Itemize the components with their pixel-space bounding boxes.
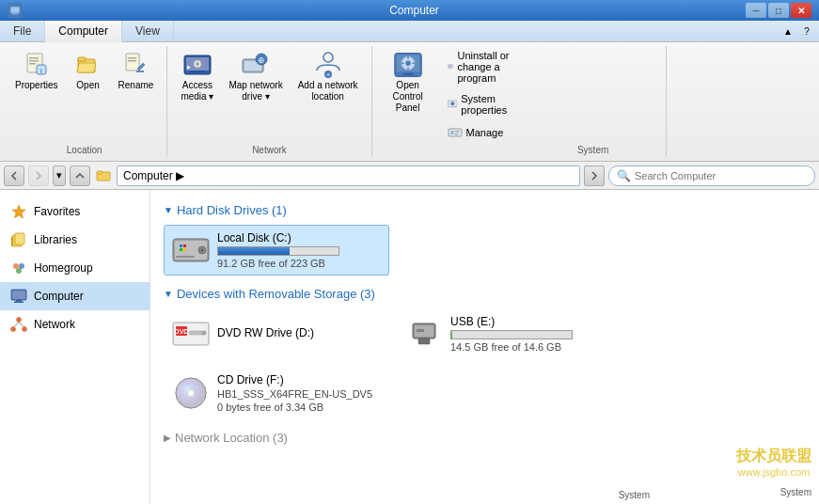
add-network-button[interactable]: + Add a networklocation — [292, 48, 364, 104]
cd-drive-name2: HB1_SSS_X64FRE_EN-US_DV5 — [217, 388, 381, 400]
usb-drive-name: USB (E:) — [450, 315, 614, 328]
map-drive-button[interactable]: ⊕ Map networkdrive ▾ — [223, 48, 288, 104]
homegroup-icon — [9, 259, 28, 277]
uninstall-button[interactable]: Uninstall or change a program — [444, 48, 521, 86]
sidebar-item-libraries[interactable]: Libraries — [0, 226, 150, 254]
svg-rect-56 — [12, 291, 25, 299]
hard-disk-title: Hard Disk Drives (1) — [177, 203, 287, 217]
ribbon-content: i Properties Open — [0, 42, 819, 161]
sidebar-item-computer[interactable]: Computer — [0, 282, 150, 310]
svg-point-67 — [201, 249, 204, 252]
back-button[interactable] — [4, 165, 24, 186]
svg-text:i: i — [40, 67, 42, 75]
tab-file[interactable]: File — [0, 21, 45, 41]
search-input[interactable] — [635, 170, 807, 181]
title-bar: Computer ─ □ ✕ — [0, 0, 819, 21]
up-arrow-btn[interactable]: ▲ — [780, 23, 796, 39]
svg-line-63 — [19, 323, 24, 327]
svg-rect-50 — [15, 233, 24, 244]
ribbon-group-location: i Properties Open — [2, 46, 167, 157]
watermark: 技术员联盟 www.jsgho.com — [736, 447, 811, 478]
watermark-cn: 技术员联盟 — [736, 447, 811, 466]
tab-computer[interactable]: Computer — [45, 21, 122, 42]
system-props-icon: i — [448, 97, 458, 112]
uninstall-icon — [448, 59, 454, 74]
ribbon: File Computer View ▲ ? — [0, 21, 819, 162]
search-box[interactable]: 🔍 — [608, 165, 815, 186]
svg-rect-70 — [180, 244, 182, 247]
sidebar-item-network[interactable]: Network — [0, 310, 150, 339]
svg-rect-68 — [176, 256, 195, 258]
address-path[interactable]: Computer ▶ — [117, 165, 580, 186]
svg-rect-44 — [450, 131, 454, 134]
content-area: ▼ Hard Disk Drives (1) — [150, 190, 819, 504]
location-group-label: Location — [67, 145, 102, 155]
dropdown-btn[interactable]: ▾ — [53, 165, 66, 186]
map-drive-label: Map networkdrive ▾ — [228, 80, 282, 102]
local-disk-info: Local Disk (C:) 91.2 GB free of 223 GB — [217, 231, 381, 269]
cd-drive-info: CD Drive (F:) HB1_SSS_X64FRE_EN-US_DV5 0… — [217, 373, 381, 413]
local-disk-bar-fill — [218, 247, 290, 255]
network-section-header[interactable]: ▶ Network Location (3) — [164, 431, 806, 445]
sidebar: Favorites Libraries Homegroup — [0, 190, 150, 504]
properties-label: Properties — [15, 80, 58, 91]
hard-disk-arrow: ▼ — [164, 205, 173, 215]
open-button[interactable]: Open — [68, 48, 109, 93]
removable-drives: DVD DVD RW Drive (D:) — [164, 308, 806, 419]
svg-point-53 — [19, 263, 24, 269]
maximize-button[interactable]: □ — [768, 3, 789, 18]
computer-label: Computer — [34, 290, 84, 303]
ribbon-group-system: Open ControlPanel Uninstall or change a … — [372, 46, 667, 157]
network-arrow: ▶ — [164, 433, 171, 443]
rename-button[interactable]: Rename — [113, 48, 160, 93]
hdd-icon — [172, 231, 210, 269]
breadcrumb-folder-icon — [96, 168, 111, 183]
svg-rect-1 — [12, 13, 18, 15]
svg-rect-12 — [128, 60, 136, 62]
minimize-button[interactable]: ─ — [746, 3, 766, 18]
hard-disk-section-header[interactable]: ▼ Hard Disk Drives (1) — [164, 203, 806, 217]
libraries-icon — [9, 230, 28, 249]
sidebar-item-favorites[interactable]: Favorites — [0, 197, 150, 226]
favorites-icon — [9, 202, 28, 221]
svg-rect-10 — [126, 54, 139, 71]
hard-disk-drives: Local Disk (C:) 91.2 GB free of 223 GB — [164, 225, 806, 276]
local-disk-size: 91.2 GB free of 223 GB — [217, 258, 381, 269]
svg-rect-83 — [417, 329, 424, 332]
svg-point-61 — [23, 327, 27, 332]
system-group-footer: System — [780, 485, 811, 498]
removable-section-header[interactable]: ▼ Devices with Removable Storage (3) — [164, 287, 806, 301]
svg-rect-38 — [449, 65, 451, 68]
svg-text:+: + — [325, 71, 330, 79]
svg-rect-58 — [14, 302, 24, 304]
svg-rect-57 — [16, 300, 22, 302]
manage-button[interactable]: Manage — [444, 123, 521, 142]
go-button[interactable] — [584, 165, 605, 186]
control-panel-icon — [393, 50, 423, 80]
usb-drive-size: 14.5 GB free of 14.6 GB — [450, 341, 614, 353]
close-button[interactable]: ✕ — [791, 3, 811, 18]
forward-button[interactable] — [28, 165, 49, 186]
svg-point-60 — [11, 327, 16, 332]
svg-rect-46 — [455, 134, 458, 135]
sidebar-item-homegroup[interactable]: Homegroup — [0, 254, 150, 282]
network-buttons: ▶ Accessmedia ▾ ⊕ Map networkdr — [175, 48, 363, 143]
system-props-button[interactable]: i System properties — [444, 91, 521, 118]
dvd-drive-d[interactable]: DVD DVD RW Drive (D:) — [164, 308, 389, 359]
tab-view[interactable]: View — [122, 21, 174, 41]
control-panel-label: Open ControlPanel — [386, 80, 431, 114]
favorites-label: Favorites — [34, 205, 80, 218]
cd-drive-f[interactable]: CD Drive (F:) HB1_SSS_X64FRE_EN-US_DV5 0… — [164, 367, 389, 419]
local-disk-c[interactable]: Local Disk (C:) 91.2 GB free of 223 GB — [164, 225, 389, 276]
help-btn[interactable]: ? — [798, 23, 815, 39]
usb-drive-e[interactable]: USB (E:) 14.5 GB free of 14.6 GB — [397, 308, 622, 359]
up-button[interactable] — [70, 165, 90, 186]
access-media-button[interactable]: ▶ Accessmedia ▾ — [175, 48, 219, 104]
control-panel-button[interactable]: Open ControlPanel — [380, 48, 436, 155]
svg-rect-4 — [29, 60, 39, 62]
open-label: Open — [76, 80, 99, 91]
local-disk-bar-container — [217, 246, 339, 256]
properties-button[interactable]: i Properties — [9, 48, 64, 93]
svg-rect-3 — [29, 57, 39, 59]
access-media-label: Accessmedia ▾ — [181, 80, 213, 102]
